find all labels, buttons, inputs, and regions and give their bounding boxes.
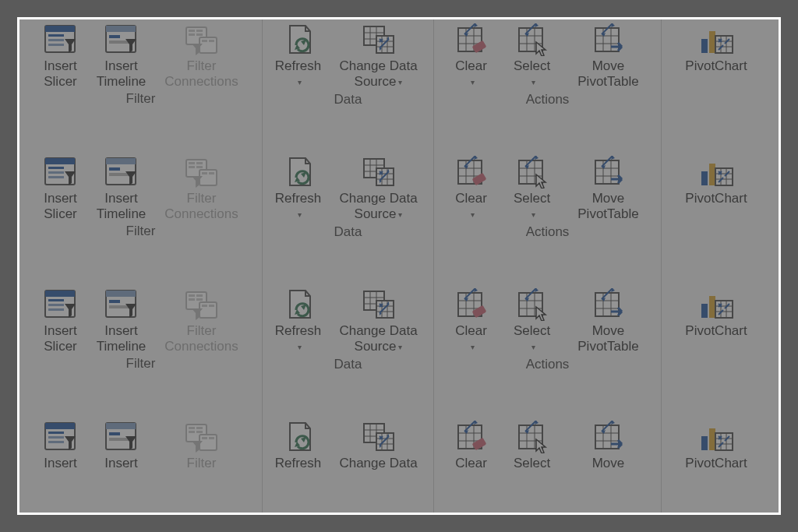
group-label: Actions: [526, 357, 570, 372]
button-label: Insert: [104, 456, 138, 471]
button-label: Select▾: [514, 456, 550, 471]
insert-slicer-button[interactable]: Insert Slicer: [30, 287, 91, 354]
dropdown-arrow-icon: ▾: [298, 207, 302, 223]
group-actions: Clear▾ Select▾ Move PivotTable Actions: [434, 284, 662, 417]
pivotchart-button[interactable]: PivotChart: [670, 287, 762, 339]
ribbon-row: Insert Slicer Insert Timeline Filter Con…: [19, 19, 779, 152]
insert-timeline-button[interactable]: Insert: [91, 420, 152, 471]
filter-connections-button: Filter Connections: [152, 287, 252, 354]
button-label: Move: [592, 456, 625, 471]
move-pivottable-button[interactable]: Move: [563, 420, 655, 471]
button-label: Insert Slicer: [44, 323, 77, 354]
move-pivottable-button[interactable]: Move PivotTable: [563, 23, 655, 90]
filter-connections-icon: [183, 155, 221, 189]
insert-slicer-icon: [42, 155, 79, 189]
button-label: Change Data Source▾: [339, 191, 417, 223]
change-data-source-icon: [360, 420, 397, 454]
button-label: Move PivotTable: [577, 191, 638, 222]
clear-icon: [453, 23, 490, 57]
group-filter: Insert Slicer Insert Timeline Filter Con…: [19, 284, 263, 417]
dropdown-arrow-icon: ▾: [531, 75, 535, 90]
button-label: Insert Slicer: [44, 58, 77, 90]
insert-slicer-button[interactable]: Insert Slicer: [30, 23, 91, 90]
refresh-icon: [280, 23, 317, 57]
pivotchart-button[interactable]: PivotChart: [670, 23, 762, 74]
button-label: Refresh▾: [275, 323, 322, 355]
button-label: Refresh▾: [275, 191, 322, 223]
move-pivottable-icon: [590, 287, 627, 322]
select-icon: [514, 23, 551, 57]
button-label: Refresh▾: [275, 58, 322, 90]
clear-icon: [453, 155, 490, 189]
refresh-button[interactable]: Refresh▾: [268, 420, 329, 471]
button-label: PivotChart: [685, 456, 747, 471]
change-data-source-button[interactable]: Change Data Source▾: [329, 23, 429, 90]
insert-timeline-button[interactable]: Insert Timeline: [91, 287, 152, 354]
change-data-source-button[interactable]: Change Data Source▾: [329, 155, 429, 223]
group-tools: PivotChart: [662, 152, 771, 284]
group-data: Refresh▾ Change Data Source▾ Data: [263, 19, 434, 152]
change-data-source-icon: [360, 287, 397, 322]
refresh-icon: [280, 287, 317, 322]
button-label: Clear▾: [455, 323, 487, 355]
button-label: Filter: [187, 456, 217, 471]
group-data: Refresh▾ Change Data Source▾ Data: [263, 152, 434, 284]
select-button[interactable]: Select▾: [502, 23, 563, 90]
filter-connections-button: Filter Connections: [152, 23, 252, 90]
refresh-icon: [280, 155, 317, 189]
dropdown-arrow-icon: ▾: [471, 75, 475, 90]
button-label: Clear▾: [455, 191, 487, 223]
select-icon: [514, 287, 551, 322]
button-label: PivotChart: [685, 58, 747, 74]
move-pivottable-button[interactable]: Move PivotTable: [563, 287, 655, 355]
clear-button[interactable]: Clear▾: [441, 23, 502, 90]
select-button[interactable]: Select▾: [502, 287, 563, 355]
pivotchart-button[interactable]: PivotChart: [670, 420, 762, 471]
clear-button[interactable]: Clear▾: [441, 287, 502, 355]
filter-connections-icon: [183, 420, 221, 454]
insert-slicer-icon: [42, 420, 79, 454]
move-pivottable-icon: [590, 23, 627, 57]
select-button[interactable]: Select▾: [502, 155, 563, 223]
insert-slicer-button[interactable]: Insert Slicer: [30, 155, 91, 222]
group-actions: Clear▾ Select▾ Move PivotTable Actions: [434, 19, 662, 152]
button-label: Insert Slicer: [44, 191, 77, 222]
clear-button[interactable]: Clear▾: [441, 420, 502, 471]
clear-icon: [453, 420, 490, 454]
insert-timeline-button[interactable]: Insert Timeline: [91, 23, 152, 90]
change-data-source-icon: [360, 23, 397, 57]
insert-timeline-button[interactable]: Insert Timeline: [91, 155, 152, 222]
select-button[interactable]: Select▾: [502, 420, 563, 471]
button-label: Change Data▾: [339, 456, 417, 471]
refresh-button[interactable]: Refresh▾: [268, 155, 329, 223]
change-data-source-button[interactable]: Change Data▾: [329, 420, 429, 471]
dropdown-arrow-icon: ▾: [298, 75, 302, 90]
group-label: Filter: [126, 91, 156, 107]
filter-connections-button: Filter: [152, 420, 252, 471]
group-actions: Clear▾ Select▾ Move PivotTable Actions: [434, 152, 662, 284]
refresh-button[interactable]: Refresh▾: [268, 287, 329, 355]
button-label: Move PivotTable: [577, 58, 638, 90]
group-tools: PivotChart: [662, 19, 771, 152]
dropdown-arrow-icon: ▾: [398, 340, 402, 355]
group-label: Data: [334, 224, 362, 240]
refresh-button[interactable]: Refresh▾: [268, 23, 329, 90]
button-label: Filter Connections: [164, 191, 238, 222]
insert-slicer-button[interactable]: Insert: [30, 420, 91, 471]
select-icon: [514, 155, 551, 189]
move-pivottable-icon: [590, 155, 627, 189]
change-data-source-button[interactable]: Change Data Source▾: [329, 287, 429, 355]
button-label: PivotChart: [685, 323, 747, 339]
filter-connections-button: Filter Connections: [152, 155, 252, 222]
move-pivottable-button[interactable]: Move PivotTable: [563, 155, 655, 223]
button-label: Select▾: [514, 58, 550, 90]
button-label: Insert Timeline: [97, 58, 147, 90]
clear-button[interactable]: Clear▾: [441, 155, 502, 223]
ribbon-row: Insert Slicer Insert Timeline Filter Con…: [19, 152, 779, 284]
button-label: Filter Connections: [164, 58, 238, 90]
pivotchart-button[interactable]: PivotChart: [670, 155, 762, 206]
dropdown-arrow-icon: ▾: [531, 340, 535, 355]
button-label: Insert Timeline: [97, 191, 147, 222]
refresh-icon: [280, 420, 317, 454]
move-pivottable-icon: [590, 420, 627, 454]
